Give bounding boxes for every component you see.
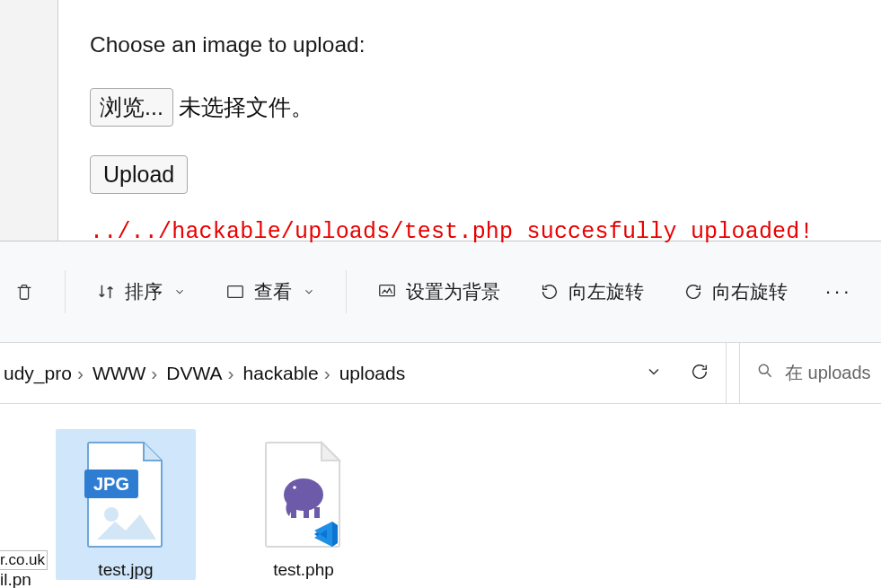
breadcrumb-item[interactable]: hackable› bbox=[240, 357, 334, 390]
svg-text:JPG: JPG bbox=[93, 474, 129, 494]
toolbar-divider bbox=[65, 270, 66, 313]
rotate-left-icon bbox=[540, 282, 559, 302]
file-grid: JPG test.jpg bbox=[56, 429, 374, 580]
chevron-right-icon: › bbox=[324, 363, 330, 384]
file-thumbnail: JPG bbox=[76, 436, 175, 553]
refresh-button[interactable] bbox=[690, 362, 709, 385]
breadcrumb-label: uploads bbox=[339, 363, 406, 384]
breadcrumb-label: DVWA bbox=[166, 363, 222, 384]
chevron-right-icon: › bbox=[77, 363, 84, 384]
breadcrumb-item[interactable]: DVWA› bbox=[163, 357, 237, 390]
set-background-label: 设置为背景 bbox=[406, 279, 500, 304]
set-background-icon bbox=[377, 282, 397, 302]
view-icon bbox=[225, 282, 245, 302]
breadcrumb-label: WWW bbox=[93, 363, 145, 384]
sort-button[interactable]: 排序 bbox=[87, 270, 195, 313]
trash-icon bbox=[14, 282, 34, 302]
chevron-down-icon bbox=[173, 281, 186, 303]
search-icon bbox=[756, 362, 774, 384]
no-file-selected-text: 未选择文件。 bbox=[179, 92, 313, 122]
svg-rect-0 bbox=[228, 286, 243, 298]
sort-icon bbox=[96, 282, 116, 302]
address-row: udy_pro› WWW› DVWA› hackable› uploads 在 … bbox=[0, 343, 881, 404]
svg-point-7 bbox=[287, 480, 305, 498]
breadcrumb-item[interactable]: uploads bbox=[336, 357, 410, 390]
svg-point-11 bbox=[293, 486, 296, 489]
search-input[interactable]: 在 uploads bbox=[739, 343, 872, 403]
rotate-left-button[interactable]: 向左旋转 bbox=[531, 270, 653, 313]
svg-rect-1 bbox=[380, 285, 395, 296]
file-pane[interactable]: r.co.uk il.pn JPG test.jpg bbox=[0, 404, 881, 588]
toolbar-divider bbox=[346, 270, 347, 313]
file-item-php[interactable]: test.php bbox=[233, 429, 374, 580]
file-item-jpg[interactable]: JPG test.jpg bbox=[56, 429, 196, 580]
sort-label: 排序 bbox=[125, 279, 163, 304]
rotate-right-button[interactable]: 向右旋转 bbox=[674, 270, 797, 313]
svg-rect-10 bbox=[314, 507, 320, 518]
svg-point-2 bbox=[759, 364, 768, 373]
breadcrumb-label: udy_pro bbox=[4, 363, 72, 384]
breadcrumb-label: hackable bbox=[243, 363, 319, 384]
breadcrumbs: udy_pro› WWW› DVWA› hackable› uploads bbox=[0, 357, 409, 390]
chevron-right-icon: › bbox=[151, 363, 157, 384]
svg-rect-9 bbox=[304, 507, 309, 518]
partial-cut-label: r.co.uk bbox=[0, 550, 48, 570]
upload-prompt: Choose an image to upload: bbox=[90, 32, 881, 57]
file-chooser-button[interactable]: 浏览... bbox=[90, 88, 173, 127]
more-options-button[interactable]: ··· bbox=[818, 280, 859, 303]
file-thumbnail bbox=[254, 436, 353, 553]
rotate-right-icon bbox=[683, 282, 703, 302]
file-name-label: test.jpg bbox=[98, 560, 153, 580]
delete-button[interactable] bbox=[5, 273, 43, 311]
upload-button[interactable]: Upload bbox=[90, 155, 188, 194]
view-button[interactable]: 查看 bbox=[216, 270, 324, 313]
partial-cut-label-2: il.pn bbox=[0, 570, 31, 588]
address-tools bbox=[645, 362, 709, 385]
file-name-label: test.php bbox=[273, 560, 334, 580]
chevron-right-icon: › bbox=[228, 363, 234, 384]
web-panel: Choose an image to upload: 浏览... 未选择文件。 … bbox=[0, 0, 881, 241]
search-placeholder: 在 uploads bbox=[785, 361, 871, 385]
explorer-toolbar: 排序 查看 设置为背景 向左旋转 向右旋转 ··· bbox=[0, 241, 881, 343]
view-label: 查看 bbox=[254, 279, 292, 304]
upload-result-text: ../../hackable/uploads/test.php succesfu… bbox=[90, 219, 881, 245]
rotate-left-label: 向左旋转 bbox=[568, 279, 644, 304]
set-as-background-button[interactable]: 设置为背景 bbox=[368, 270, 509, 313]
rotate-right-label: 向右旋转 bbox=[712, 279, 788, 304]
breadcrumb-item[interactable]: WWW› bbox=[89, 357, 161, 390]
file-input-row: 浏览... 未选择文件。 bbox=[90, 88, 881, 127]
history-dropdown-button[interactable] bbox=[645, 363, 663, 384]
breadcrumb-item[interactable]: udy_pro› bbox=[0, 357, 87, 390]
chevron-down-icon bbox=[303, 281, 315, 303]
svg-rect-8 bbox=[291, 507, 296, 518]
web-content: Choose an image to upload: 浏览... 未选择文件。 … bbox=[57, 0, 881, 241]
svg-point-5 bbox=[104, 507, 119, 522]
address-bar[interactable]: udy_pro› WWW› DVWA› hackable› uploads bbox=[0, 343, 727, 403]
